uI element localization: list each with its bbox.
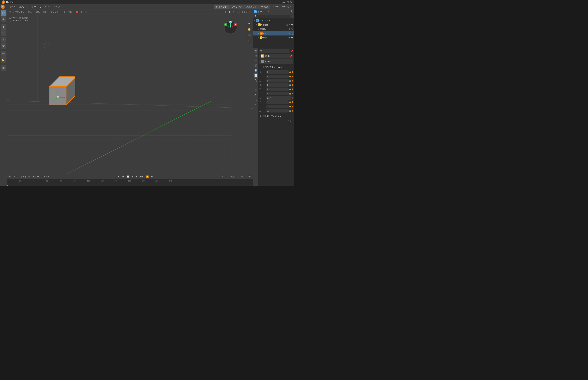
- object-name-field[interactable]: Cube: [265, 55, 289, 57]
- scale-x-field[interactable]: 1.: [267, 100, 289, 104]
- keyframe-dot[interactable]: ●: [117, 175, 120, 178]
- transform-tool-button[interactable]: ⟳: [0, 43, 6, 49]
- light-render[interactable]: 📷: [291, 37, 293, 39]
- transform-toggle[interactable]: ▼: [260, 66, 262, 68]
- jump-to-end[interactable]: ⏭: [150, 175, 154, 178]
- location-x-field[interactable]: 0: [267, 70, 289, 74]
- viewport-view-menu[interactable]: ビュー: [27, 11, 35, 14]
- global-local-select[interactable]: グロ...: [67, 11, 74, 14]
- viewport-object-menu[interactable]: オブジェクト: [48, 11, 61, 14]
- scale-z-field[interactable]: 1.: [267, 109, 289, 113]
- viewport-add-menu[interactable]: 追加: [42, 11, 47, 14]
- maximize-button[interactable]: □: [287, 0, 289, 4]
- location-y-lock[interactable]: 🔒: [289, 76, 291, 77]
- location-z-lock[interactable]: 🔒: [289, 80, 291, 82]
- zoom-in-button[interactable]: +: [246, 21, 252, 26]
- end-frame-field[interactable]: 250: [247, 175, 252, 178]
- menu-file[interactable]: ファイル: [6, 5, 18, 9]
- outliner-search-box[interactable]: 🔍: [254, 15, 291, 18]
- rotation-y-lock[interactable]: 🔒: [289, 88, 291, 90]
- collection-checkbox[interactable]: ☑: [286, 24, 288, 26]
- viewport-shading[interactable]: ◐: [231, 11, 235, 13]
- viewport-shading-solid[interactable]: ●: [236, 11, 239, 13]
- camera-view-button[interactable]: 🎥: [246, 32, 252, 38]
- 3d-cube-object[interactable]: [42, 73, 75, 106]
- prop-tab-view[interactable]: 👁: [253, 58, 258, 63]
- scale-y-field[interactable]: 1.: [267, 105, 289, 108]
- menu-help[interactable]: ヘルプ: [52, 5, 62, 9]
- scene-name[interactable]: Scene: [272, 5, 280, 8]
- proportional-edit[interactable]: ⊙: [80, 11, 83, 13]
- prop-tab-scene[interactable]: 🎬: [253, 63, 258, 68]
- navigation-gizmo[interactable]: Z X Y: [224, 21, 237, 34]
- rotate-tool-button[interactable]: ↻: [0, 30, 6, 36]
- select-tool-button[interactable]: ⬚: [0, 10, 6, 16]
- current-frame-field[interactable]: 1: [221, 175, 224, 178]
- play-button[interactable]: ▶: [135, 175, 139, 178]
- options-menu[interactable]: オプション: [240, 11, 252, 14]
- menu-edit[interactable]: 編集: [18, 5, 25, 9]
- cut-render[interactable]: 📷: [291, 32, 293, 35]
- prop-tab-constraints[interactable]: 🔗: [253, 93, 258, 97]
- marker-menu[interactable]: マーカー: [41, 175, 50, 178]
- play-menu[interactable]: 再生: [13, 175, 19, 178]
- viewport-select-menu[interactable]: 選択: [35, 11, 41, 14]
- outliner-light[interactable]: ▶ ☀ Ligh 👁 📷: [253, 36, 294, 40]
- start-frame-field[interactable]: 1: [236, 175, 239, 178]
- data-name-field[interactable]: Cube: [265, 60, 292, 63]
- collection-visibility[interactable]: 👁: [289, 24, 291, 26]
- car-visibility[interactable]: 👁: [289, 28, 291, 30]
- menu-render[interactable]: レンダー: [26, 5, 38, 9]
- object-name-pin[interactable]: 📌: [290, 55, 292, 57]
- rotation-x-lock[interactable]: 🔒: [289, 84, 291, 86]
- step-back[interactable]: ◀: [131, 175, 134, 178]
- show-overlays[interactable]: ⊡: [224, 11, 227, 13]
- perspective-toggle[interactable]: ⊞: [246, 38, 252, 44]
- outliner-car[interactable]: ▶ 🚗 Car 👁 📷: [253, 27, 294, 31]
- location-y-field[interactable]: 0: [267, 75, 289, 78]
- cursor-tool-button[interactable]: ⊕: [0, 16, 6, 22]
- outliner-collection[interactable]: ▼ 📁 Collect ☑ 👁 📷: [253, 23, 294, 27]
- prop-tab-object-data[interactable]: △: [253, 97, 258, 102]
- cut-visibility[interactable]: 👁: [289, 32, 291, 35]
- snap-icon[interactable]: 🧲: [75, 11, 79, 13]
- location-z-field[interactable]: 0: [267, 79, 289, 82]
- prop-tab-object[interactable]: ⬜: [253, 73, 258, 78]
- prop-tab-output[interactable]: 🖨: [253, 54, 258, 58]
- step-forward[interactable]: ▶▶: [139, 175, 145, 178]
- workspace-modeling[interactable]: モデリング: [229, 5, 244, 9]
- outliner-filter-icon[interactable]: ▼: [291, 15, 293, 17]
- outliner-search-icon[interactable]: 🔍: [291, 10, 293, 13]
- prop-tab-material[interactable]: ●: [253, 102, 258, 107]
- outliner-scene-collection[interactable]: ▼ 🎬 シーンコレ...: [253, 18, 294, 23]
- rotation-z-field[interactable]: 0: [267, 92, 289, 95]
- jump-to-start[interactable]: ⏮: [121, 175, 125, 178]
- pan-button[interactable]: ✋: [246, 26, 252, 32]
- rotation-y-field[interactable]: 0: [267, 88, 289, 91]
- prop-tab-world[interactable]: 🌍: [253, 68, 258, 73]
- timeline-ruler[interactable]: 20 40 60 80 100 120 140 160 180 200 220 …: [7, 179, 253, 186]
- scale-y-lock[interactable]: 🔒: [289, 105, 291, 107]
- show-gizmos[interactable]: ✚: [228, 11, 231, 13]
- close-button[interactable]: ✕: [290, 0, 293, 4]
- view-layer-name[interactable]: ViewLayer: [280, 5, 292, 8]
- location-x-lock[interactable]: 🔒: [289, 71, 291, 73]
- delta-toggle[interactable]: ▶: [260, 115, 262, 117]
- keying-menu[interactable]: キーイング: [20, 175, 31, 178]
- menu-window[interactable]: ウィンドウ: [38, 5, 52, 9]
- workspace-uv[interactable]: UV編集: [259, 5, 270, 9]
- prop-tab-render[interactable]: 📷: [253, 49, 258, 54]
- timeline-view-menu[interactable]: ビュー: [32, 175, 40, 178]
- prop-tab-modifier[interactable]: 🔧: [253, 78, 258, 83]
- scale-tool-button[interactable]: ⤡: [0, 37, 6, 42]
- viewport-mode-select[interactable]: オブジェク...: [12, 11, 25, 14]
- workspace-layout[interactable]: レイアウト: [214, 5, 229, 9]
- blender-menu-logo[interactable]: B: [1, 5, 5, 9]
- light-visibility[interactable]: 👁: [289, 37, 291, 39]
- prev-keyframe[interactable]: ⏪: [126, 175, 130, 178]
- prop-tab-particles[interactable]: ✦: [253, 83, 258, 88]
- transform-pivot[interactable]: ⊙: [63, 11, 66, 13]
- scale-z-lock[interactable]: 🔒: [289, 110, 291, 112]
- rotation-mode-dropdown[interactable]: X ▼: [267, 96, 291, 100]
- timeline-mode-icon[interactable]: ⏱: [8, 175, 12, 178]
